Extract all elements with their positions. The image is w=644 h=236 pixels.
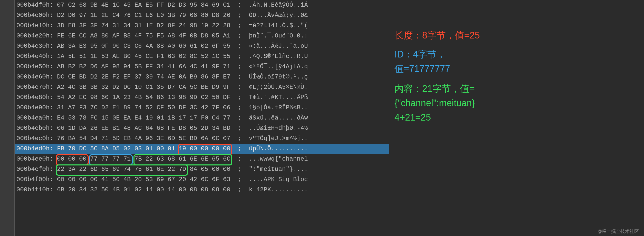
hex-row[interactable]: 000b4e60h: DC CE BD D2 2E F2 EF 37 39 74…: [15, 72, 389, 82]
hex-ascii: «²²Ö¯..[ÿ4AjLA.q: [249, 63, 308, 70]
hex-row[interactable]: 000b4e20h: FE 6E CC A8 80 AF B8 4F 75 F5…: [15, 31, 389, 41]
hex-bytes: FB 70 DC 5C 8A D5 02 03 01 00 01 19 00 0…: [57, 145, 230, 152]
hex-row[interactable]: 000b4e50h: AB B2 B2 D6 AF 98 94 5B FF 34…: [15, 62, 389, 72]
hex-row[interactable]: 000b4e10h: 3D E8 3F 3F 74 31 34 31 1E D2…: [15, 21, 389, 31]
anno-id-line2: 值=71777777: [394, 62, 638, 76]
hex-offset: 000b4eb0h:: [16, 125, 57, 132]
hex-offset: 000b4e10h:: [16, 22, 57, 29]
hex-offset: 000b4ef0h:: [16, 166, 57, 173]
watermark: @稀土掘金技术社区: [597, 228, 639, 234]
hex-bytes: 76 BA 54 D4 71 5D EB 4A 96 3E 6D 5E BD 6…: [57, 135, 230, 142]
separator: ;: [230, 104, 249, 111]
hex-offset: 000b4e60h:: [16, 73, 57, 80]
hex-row[interactable]: 000b4e90h: 31 A7 F3 7C D2 E1 89 74 52 CF…: [15, 103, 389, 113]
separator: ;: [230, 125, 249, 132]
anno-id-line1: ID：4字节，: [394, 47, 638, 62]
hex-ascii: ÜÎ½Ò.òï79t®.¹..ç: [249, 73, 308, 80]
hex-bytes: 06 1D DA 26 EE B1 48 AC 64 68 FE D8 05 2…: [57, 125, 230, 132]
separator: ;: [230, 73, 249, 80]
separator: ;: [230, 94, 249, 101]
separator: ;: [230, 63, 249, 70]
hex-ascii: .^Q.S®°EÎñc..R.U: [249, 53, 308, 60]
hex-offset: 000b4e00h:: [16, 12, 57, 19]
hex-bytes: DC CE BD D2 2E F2 EF 37 39 74 AE 0A B9 8…: [57, 73, 230, 80]
hex-ascii: =è??t141.Ò.$.."(: [249, 22, 308, 29]
anno-content-2: {"channel":meituan}: [394, 96, 638, 110]
separator: ;: [230, 166, 249, 173]
hex-offset: 000b4ea0h:: [16, 114, 57, 121]
hex-ascii: ÒÐ...ÄvÁæà;y..Ø&: [249, 12, 308, 19]
hex-offset: 000b4e50h:: [16, 63, 57, 70]
hex-ascii: ûpÜ\.Õ..........: [249, 145, 308, 152]
hex-bytes: 07 C2 68 9B 4E 1C 45 EA E5 FF D2 D3 95 8…: [57, 2, 230, 8]
hex-ascii: äSxü..êä.....ðÄw: [249, 114, 308, 121]
hex-ascii: ...wwwq{"channel: [249, 155, 308, 162]
hex-row[interactable]: 000b4ed0h: FB 70 DC 5C 8A D5 02 03 01 00…: [15, 144, 389, 154]
hex-bytes: AB B2 B2 D6 AF 98 94 5B FF 34 41 6A 4C 4…: [57, 63, 230, 70]
hex-bytes: FE 6E CC A8 80 AF B8 4F 75 F5 A8 4F 0B D…: [57, 32, 230, 39]
separator: ;: [230, 84, 249, 91]
separator: ;: [230, 32, 249, 39]
hex-row[interactable]: 000b4ef0h: 22 3A 22 6D 65 69 74 75 61 6E…: [15, 164, 389, 174]
hex-bytes: 54 A2 EC 98 60 1A 23 4B 54 86 13 98 9D C…: [57, 94, 230, 101]
hex-bytes: A2 4C 3B 3B 32 D2 DC 10 C1 35 D7 CA 5C B…: [57, 84, 230, 91]
hex-offset: 000b4ee0h:: [16, 155, 57, 162]
hex-row[interactable]: 000b4e00h: D2 D0 97 1E 2E C4 76 C1 E6 E0…: [15, 10, 389, 21]
separator: ;: [230, 114, 249, 121]
hex-offset: 000b4e80h:: [16, 94, 57, 101]
hex-bytes: 3D E8 3F 3F 74 31 34 31 1E D2 0F 24 98 1…: [57, 22, 230, 29]
separator: ;: [230, 135, 249, 142]
separator: ;: [230, 176, 249, 183]
hex-bytes: 00 00 00 77 77 77 71 7B 22 63 68 61 6E 6…: [57, 155, 230, 162]
hex-bytes: AB 3A E3 95 0F 90 C3 C6 4A 88 A0 60 61 0…: [57, 43, 230, 50]
separator: ;: [230, 155, 249, 162]
hex-offset: 000b4e70h:: [16, 84, 57, 91]
hex-offset: 000b4e30h:: [16, 43, 57, 50]
hex-offset: 000b4e20h:: [16, 32, 57, 39]
hex-ascii: 1§ó|Òá.tRÏPß<B..: [249, 104, 308, 111]
hex-ascii: k 42PK..........: [249, 186, 308, 193]
hex-ascii: ....APK Sig Bloc: [249, 176, 308, 183]
hex-row[interactable]: 000b4ea0h: E4 53 78 FC 15 0E EA E4 19 01…: [15, 113, 389, 123]
separator: ;: [230, 145, 249, 152]
hex-ascii: .Âh.N.EêåÿÒÓ..iÁ: [249, 2, 308, 8]
hex-ascii: vºTÔq]ëJ.>m^½j..: [249, 135, 308, 142]
hex-bytes: E4 53 78 FC 15 0E EA E4 19 01 1B 17 17 F…: [57, 114, 230, 121]
hex-row[interactable]: 000b4e70h: A2 4C 3B 3B 32 D2 DC 10 C1 35…: [15, 82, 389, 92]
hex-row[interactable]: 000b4e40h: 1A 5E 51 1E 53 AE B0 45 CE F1…: [15, 51, 389, 62]
annotation-panel: 长度：8字节，值=25 ID：4字节， 值=71777777 内容：21字节，值…: [394, 28, 638, 125]
separator: ;: [230, 53, 249, 60]
separator: ;: [230, 2, 249, 8]
separator: ;: [230, 12, 249, 19]
hex-row[interactable]: 000b4df0h: 07 C2 68 9B 4E 1C 45 EA E5 FF…: [15, 0, 389, 10]
hex-row[interactable]: 000b4eb0h: 06 1D DA 26 EE B1 48 AC 64 68…: [15, 123, 389, 133]
hex-ascii: ..Ú&î±H¬dhþØ.-4½: [249, 125, 308, 132]
hex-dump-area[interactable]: 000b4df0h: 07 C2 68 9B 4E 1C 45 EA E5 FF…: [15, 0, 389, 195]
hex-row[interactable]: 000b4ee0h: 00 00 00 77 77 77 71 7B 22 63…: [15, 154, 389, 164]
hex-row[interactable]: 000b4e80h: 54 A2 EC 98 60 1A 23 4B 54 86…: [15, 92, 389, 103]
separator: ;: [230, 186, 249, 193]
hex-offset: 000b4f00h:: [16, 176, 57, 183]
hex-ascii: ¢L;;2ÒÜ.Á5×Ê\¾Ù.: [249, 84, 308, 91]
hex-ascii: «:ã...ÃÆJ..`a.oU: [249, 43, 308, 50]
hex-bytes: 31 A7 F3 7C D2 E1 89 74 52 CF 50 DF 3C 4…: [57, 104, 230, 111]
separator: ;: [230, 43, 249, 50]
hex-row[interactable]: 000b4f10h: 6B 20 34 32 50 4B 01 02 14 00…: [15, 185, 389, 195]
hex-ascii: þnÌ¨.¯.Ouõ¨O.Ø.¡: [249, 32, 308, 39]
hex-offset: 000b4e90h:: [16, 104, 57, 111]
editor-gutter: [0, 0, 15, 236]
hex-offset: 000b4ed0h:: [16, 145, 57, 152]
hex-ascii: ":"meituan"}....: [249, 166, 308, 173]
hex-offset: 000b4df0h:: [16, 2, 57, 8]
hex-ascii: T¢ì.`.#KT....ÂPß: [249, 94, 308, 101]
hex-bytes: 6B 20 34 32 50 4B 01 02 14 00 14 00 08 0…: [57, 186, 230, 193]
hex-bytes: 00 00 00 00 41 50 4B 20 53 69 67 20 42 6…: [57, 176, 230, 183]
anno-length: 长度：8字节，值=25: [394, 28, 638, 43]
hex-offset: 000b4f10h:: [16, 186, 57, 193]
hex-row[interactable]: 000b4f00h: 00 00 00 00 41 50 4B 20 53 69…: [15, 174, 389, 185]
hex-row[interactable]: 000b4ec0h: 76 BA 54 D4 71 5D EB 4A 96 3E…: [15, 133, 389, 144]
hex-row[interactable]: 000b4e30h: AB 3A E3 95 0F 90 C3 C6 4A 88…: [15, 41, 389, 51]
anno-content-3: 4+21=25: [394, 110, 638, 125]
hex-offset: 000b4e40h:: [16, 53, 57, 60]
hex-bytes: 22 3A 22 6D 65 69 74 75 61 6E 22 7D 84 0…: [57, 166, 230, 173]
